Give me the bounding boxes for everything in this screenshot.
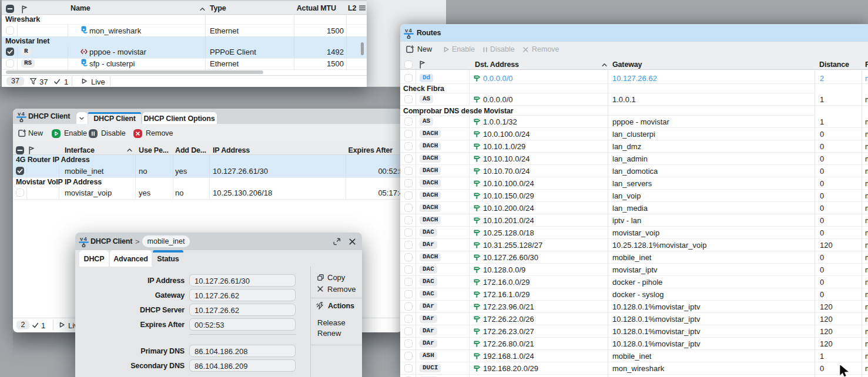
svg-text:v: v	[405, 27, 408, 33]
svg-text:v: v	[80, 235, 83, 242]
svg-text:4: 4	[409, 27, 413, 33]
svg-text:v: v	[18, 110, 21, 117]
svg-text:4: 4	[22, 110, 25, 117]
svg-text:4: 4	[84, 235, 88, 242]
